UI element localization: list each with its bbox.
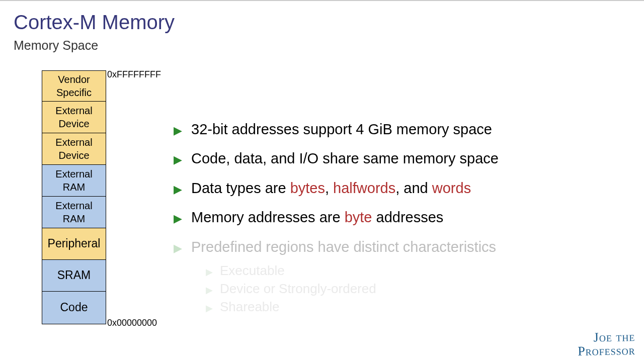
- memory-region: ExternalRAM: [42, 197, 106, 228]
- bullet-text: Data types are bytes, halfwords, and wor…: [191, 176, 471, 200]
- memory-region: ExternalRAM: [42, 165, 106, 197]
- triangle-icon: ▶: [206, 303, 213, 314]
- triangle-icon: ▶: [206, 285, 213, 296]
- triangle-icon: ▶: [206, 266, 213, 278]
- bullet-item: ▶ Code, data, and I/O share same memory …: [174, 147, 606, 170]
- triangle-icon: ▶: [174, 180, 182, 198]
- address-bottom-label: 0x00000000: [107, 318, 157, 328]
- slide-subtitle: Memory Space: [14, 38, 98, 53]
- bullet-text: 32-bit addresses support 4 GiB memory sp…: [191, 118, 492, 141]
- bullet-text: Predefined regions have distinct charact…: [191, 235, 496, 258]
- bullet-item: ▶ Data types are bytes, halfwords, and w…: [174, 176, 606, 200]
- memory-region: ExternalDevice: [42, 133, 106, 165]
- sub-bullet-list: ▶ Executable ▶ Device or Strongly-ordere…: [206, 262, 606, 315]
- slide-title: Cortex-M Memory: [14, 11, 175, 34]
- bullet-text: Code, data, and I/O share same memory sp…: [191, 147, 499, 170]
- triangle-icon: ▶: [174, 122, 182, 139]
- sub-bullet-item: ▶ Shareable: [206, 299, 606, 316]
- address-top-label: 0xFFFFFFFF: [107, 69, 161, 80]
- bullet-item: ▶ Memory addresses are byte addresses: [174, 206, 606, 229]
- bullet-text: Memory addresses are byte addresses: [191, 206, 443, 229]
- sub-bullet-item: ▶ Executable: [206, 262, 606, 280]
- bullet-item: ▶ 32-bit addresses support 4 GiB memory …: [174, 118, 606, 141]
- memory-region: Peripheral: [42, 228, 106, 260]
- triangle-icon: ▶: [174, 239, 182, 257]
- bullet-list: ▶ 32-bit addresses support 4 GiB memory …: [174, 118, 606, 316]
- triangle-icon: ▶: [174, 210, 182, 227]
- memory-region: Code: [42, 292, 106, 324]
- author-signature: Joe the Professor: [577, 330, 635, 358]
- memory-region: ExternalDevice: [42, 102, 106, 133]
- triangle-icon: ▶: [174, 151, 182, 168]
- sub-bullet-item: ▶ Device or Strongly-ordered: [206, 281, 606, 298]
- memory-region: VendorSpecific: [42, 70, 106, 102]
- bullet-item-faded: ▶ Predefined regions have distinct chara…: [174, 235, 606, 258]
- memory-region: SRAM: [42, 260, 106, 292]
- memory-map-diagram: VendorSpecificExternalDeviceExternalDevi…: [42, 70, 106, 324]
